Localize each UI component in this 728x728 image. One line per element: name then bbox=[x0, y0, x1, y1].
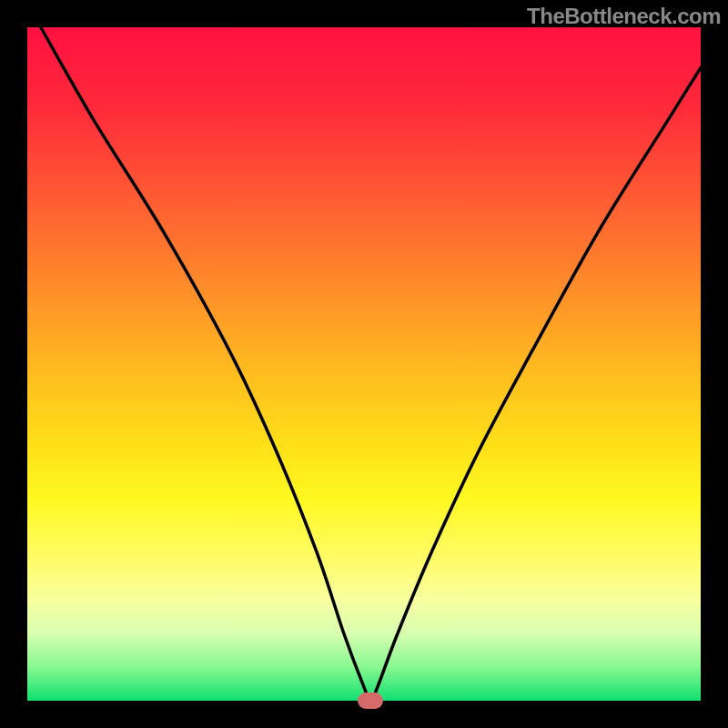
chart-wrapper: TheBottleneck.com bbox=[0, 0, 728, 728]
optimal-point-marker bbox=[358, 693, 383, 709]
bottleneck-curve bbox=[27, 27, 701, 701]
plot-area bbox=[27, 27, 701, 701]
watermark-text: TheBottleneck.com bbox=[527, 4, 721, 29]
